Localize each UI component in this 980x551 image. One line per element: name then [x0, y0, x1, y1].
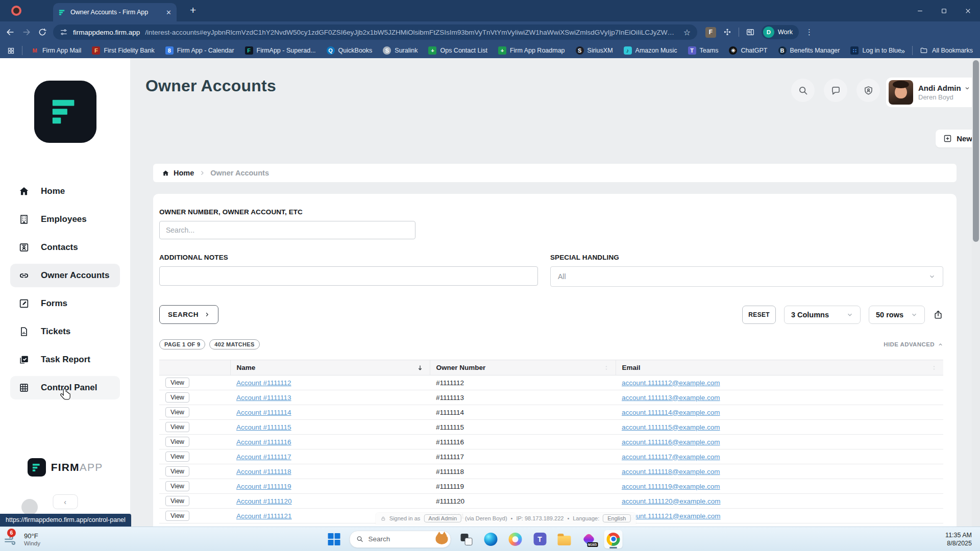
- session-language-token[interactable]: English: [603, 514, 630, 522]
- sidebar-collapse-button[interactable]: ‹: [53, 494, 78, 509]
- view-button[interactable]: View: [165, 407, 189, 417]
- sort-desc-icon[interactable]: [416, 364, 424, 371]
- name-column-header[interactable]: Name: [230, 360, 430, 375]
- sort-icon[interactable]: [603, 365, 609, 371]
- extension-f-icon[interactable]: F: [705, 27, 716, 38]
- account-link[interactable]: Account #1111115: [236, 423, 291, 431]
- rows-per-page-select[interactable]: 50 rows: [869, 306, 925, 324]
- new-tab-button[interactable]: +: [190, 4, 196, 16]
- taskbar-weather-widget[interactable]: 6 90°F Windy: [0, 532, 116, 546]
- user-menu[interactable]: Andi Admin Deren Boyd: [886, 78, 980, 107]
- browser-profile-button[interactable]: D Work: [762, 25, 799, 39]
- reset-button[interactable]: RESET: [742, 306, 776, 324]
- browser-tab[interactable]: Owner Accounts - Firm App ✕: [53, 3, 177, 21]
- special-handling-select[interactable]: All: [550, 266, 943, 287]
- m365-copilot-button[interactable]: M365: [580, 530, 598, 548]
- chat-widget-button[interactable]: [21, 499, 38, 515]
- account-link[interactable]: Account #1111114: [236, 409, 291, 416]
- back-button[interactable]: [5, 27, 15, 37]
- columns-select[interactable]: 3 Columns: [784, 306, 861, 324]
- email-link[interactable]: account.1111115@example.com: [622, 423, 720, 431]
- account-link[interactable]: Account #1111117: [236, 453, 291, 461]
- account-link[interactable]: Account #1111116: [236, 438, 291, 446]
- browser-menu-icon[interactable]: ⋮: [805, 28, 813, 37]
- window-minimize-button[interactable]: [908, 0, 932, 21]
- account-link[interactable]: Account #1111120: [236, 497, 292, 505]
- email-link[interactable]: account.1111119@example.com: [622, 483, 720, 490]
- bookmark-item[interactable]: B Benefits Manager: [778, 46, 840, 55]
- bookmark-item[interactable]: S SiriusXM: [576, 46, 613, 55]
- start-button[interactable]: [325, 530, 344, 548]
- side-panel-search-icon[interactable]: [746, 28, 755, 37]
- sidebar-item-contacts[interactable]: Contacts: [10, 236, 120, 259]
- bookmark-item[interactable]: + Firm App Roadmap: [498, 46, 565, 55]
- view-button[interactable]: View: [165, 422, 189, 432]
- bookmark-star-icon[interactable]: ☆: [683, 28, 691, 37]
- bookmark-item[interactable]: ∷ Log in to Blue Access: [850, 46, 900, 55]
- email-column-header[interactable]: Email: [616, 360, 943, 375]
- bookmark-item[interactable]: Q QuickBooks: [327, 46, 373, 55]
- email-link[interactable]: account.1111113@example.com: [622, 394, 720, 402]
- sidebar-item-control-panel[interactable]: Control Panel: [10, 376, 120, 399]
- taskbar-clock[interactable]: 11:35 AM 8/8/2025: [945, 531, 980, 547]
- all-bookmarks-button[interactable]: All Bookmarks: [920, 46, 973, 55]
- sidebar-item-forms[interactable]: Forms: [10, 292, 120, 315]
- address-bar[interactable]: firmappdemo.firm.app /interest-accounts#…: [53, 24, 697, 40]
- chrome-app-button[interactable]: [604, 530, 623, 548]
- email-link[interactable]: account.1111114@example.com: [622, 409, 720, 416]
- bookmark-item[interactable]: ✳ ChatGPT: [729, 46, 767, 55]
- sort-icon[interactable]: [931, 365, 937, 371]
- hide-advanced-toggle[interactable]: HIDE ADVANCED: [884, 341, 943, 347]
- sidebar-item-home[interactable]: Home: [10, 180, 120, 203]
- view-button[interactable]: View: [165, 481, 189, 491]
- additional-notes-input[interactable]: [159, 266, 538, 286]
- email-link[interactable]: account.1111116@example.com: [622, 438, 720, 446]
- site-info-icon[interactable]: [60, 28, 68, 36]
- tab-close-icon[interactable]: ✕: [166, 9, 172, 16]
- scrollbar-thumb[interactable]: [973, 60, 979, 242]
- reload-button[interactable]: [38, 28, 47, 37]
- bookmarks-overflow-icon[interactable]: »: [901, 46, 905, 55]
- messages-button[interactable]: [824, 79, 847, 102]
- view-button[interactable]: View: [165, 378, 189, 388]
- view-button[interactable]: View: [165, 496, 189, 506]
- account-link[interactable]: Account #1111118: [236, 468, 291, 475]
- admin-shield-button[interactable]: [856, 79, 880, 102]
- view-button[interactable]: View: [165, 511, 189, 521]
- session-user-token[interactable]: Andi Admin: [424, 514, 461, 522]
- account-link[interactable]: Account #1111113: [236, 394, 291, 402]
- account-link[interactable]: Account #1111119: [236, 483, 291, 490]
- forward-button[interactable]: [21, 27, 32, 37]
- email-link[interactable]: account.1111120@example.com: [622, 497, 721, 505]
- email-link[interactable]: account.1111112@example.com: [622, 379, 720, 387]
- bookmark-item[interactable]: 8 Firm App - Calendar: [165, 46, 234, 55]
- view-button[interactable]: View: [165, 437, 189, 447]
- copilot-app-button[interactable]: [506, 530, 525, 548]
- bookmark-item[interactable]: F First Fidelity Bank: [92, 46, 154, 55]
- task-view-button[interactable]: [457, 530, 476, 548]
- page-scrollbar[interactable]: [972, 58, 980, 527]
- bookmark-item[interactable]: T Teams: [688, 46, 719, 55]
- view-button[interactable]: View: [165, 392, 189, 403]
- bookmark-item[interactable]: S Suralink: [383, 46, 418, 55]
- email-link[interactable]: account.1111118@example.com: [622, 468, 720, 475]
- email-link[interactable]: account.1111117@example.com: [622, 453, 720, 461]
- bookmark-item[interactable]: ♪ Amazon Music: [624, 46, 677, 55]
- sidebar-item-tickets[interactable]: Tickets: [10, 320, 120, 343]
- bookmark-item[interactable]: F FirmApp - Superad...: [245, 46, 316, 55]
- window-maximize-button[interactable]: [932, 0, 956, 21]
- search-button[interactable]: SEARCH: [159, 305, 218, 324]
- view-button[interactable]: View: [165, 452, 189, 462]
- breadcrumb-home-link[interactable]: Home: [162, 169, 194, 177]
- file-explorer-button[interactable]: [555, 530, 574, 548]
- view-button[interactable]: View: [165, 466, 189, 477]
- export-button[interactable]: [933, 310, 943, 320]
- taskbar-search[interactable]: Search: [350, 531, 451, 548]
- teams-app-button[interactable]: T: [531, 530, 549, 548]
- email-link[interactable]: account.1111121@example.com: [622, 512, 721, 520]
- sidebar-item-employees[interactable]: Employees: [10, 208, 120, 231]
- window-close-button[interactable]: [956, 0, 980, 21]
- bookmark-item[interactable]: + Ops Contact List: [428, 46, 487, 55]
- keyword-search-input[interactable]: [159, 221, 415, 239]
- account-link[interactable]: Account #1111121: [236, 512, 292, 520]
